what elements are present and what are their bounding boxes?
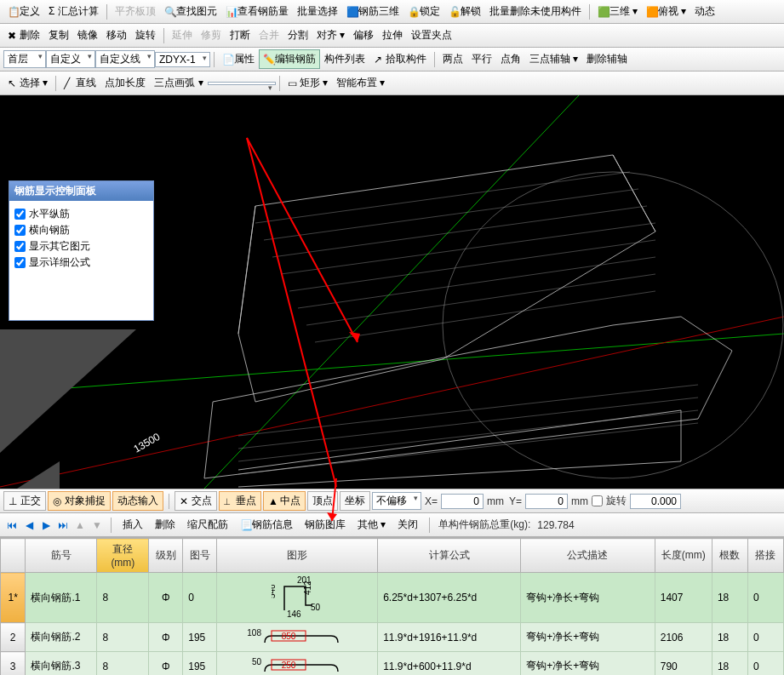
btn-break[interactable]: 打断 <box>226 26 255 45</box>
btn-rebar-lib[interactable]: 钢筋图库 <box>300 515 350 535</box>
cell-dia[interactable]: 8 <box>97 623 149 652</box>
nav-down[interactable]: ▼ <box>90 518 104 532</box>
check-formula[interactable]: 显示详细公式 <box>14 255 148 271</box>
btn-scale-rebar[interactable]: 缩尺配筋 <box>183 515 232 535</box>
btn-dyn[interactable]: 动态输入 <box>112 491 163 511</box>
cell-name[interactable]: 横向钢筋.1 <box>26 573 97 623</box>
btn-attr[interactable]: 📄属性 <box>218 49 259 69</box>
row-index[interactable]: 3 <box>1 652 26 676</box>
cell-count[interactable]: 18 <box>712 573 747 623</box>
btn-batch-sel[interactable]: 批量选择 <box>293 2 342 21</box>
btn-coord[interactable]: 坐标 <box>340 491 370 511</box>
cell-dia[interactable]: 8 <box>97 573 149 623</box>
btn-top-view[interactable]: 🟧俯视 ▾ <box>642 2 690 21</box>
row-index[interactable]: 1* <box>1 573 26 623</box>
combo-offset[interactable]: 不偏移 <box>372 492 421 510</box>
check-horiz[interactable]: 水平纵筋 <box>14 206 148 222</box>
btn-select[interactable]: ↖选择 ▾ <box>3 73 52 93</box>
btn-3d-view[interactable]: 🟩三维 ▾ <box>593 2 642 21</box>
btn-smart[interactable]: 智能布置 ▾ <box>332 73 389 93</box>
btn-vertex[interactable]: 顶点 <box>307 491 338 511</box>
cell-fig[interactable]: 195 <box>183 652 217 676</box>
cell-lap[interactable]: 0 <box>747 623 783 652</box>
nav-prev[interactable]: ◀ <box>22 518 36 532</box>
rebar-grid[interactable]: 筋号 直径(mm) 级别 图号 图形 计算公式 公式描述 长度(mm) 根数 搭… <box>0 537 784 675</box>
cell-grade[interactable]: Φ <box>149 652 183 676</box>
btn-ortho[interactable]: ⊥正交 <box>3 491 46 511</box>
btn-align-slab[interactable]: 平齐板顶 <box>111 2 160 21</box>
input-x[interactable] <box>441 494 484 509</box>
btn-perp[interactable]: ⟂垂点 <box>219 491 261 511</box>
btn-sum[interactable]: Σ 汇总计算 <box>44 2 103 21</box>
btn-lock[interactable]: 🔒锁定 <box>403 2 444 21</box>
cell-formula[interactable]: 11.9*d+1916+11.9*d <box>378 623 521 652</box>
btn-comp-list[interactable]: 构件列表 <box>320 49 369 69</box>
cell-lap[interactable]: 0 <box>747 573 783 623</box>
btn-2pt[interactable]: 两点 <box>438 49 467 69</box>
btn-rect[interactable]: ▭矩形 ▾ <box>283 73 332 93</box>
cell-count[interactable]: 18 <box>712 652 747 676</box>
btn-move[interactable]: 移动 <box>102 26 131 45</box>
cell-lap[interactable]: 0 <box>747 652 783 676</box>
nav-first[interactable]: ⏮ <box>5 518 19 532</box>
btn-align[interactable]: 对齐 ▾ <box>312 26 349 45</box>
combo-draw[interactable] <box>208 82 276 85</box>
combo-element[interactable]: ZDYX-1 <box>155 52 210 67</box>
combo-custom2[interactable]: 自定义线 <box>95 50 155 68</box>
cell-shape[interactable]: 108 850 <box>217 623 378 652</box>
rebar-display-panel[interactable]: 钢筋显示控制面板 水平纵筋 横向钢筋 显示其它图元 显示详细公式 <box>9 180 154 321</box>
btn-3pt-axis[interactable]: 三点辅轴 ▾ <box>525 49 582 69</box>
nav-up[interactable]: ▲ <box>73 518 87 532</box>
btn-cross[interactable]: ✕交点 <box>175 491 217 511</box>
cell-fig[interactable]: 195 <box>183 623 217 652</box>
btn-view-rebar[interactable]: 📊查看钢筋量 <box>221 2 293 21</box>
btn-find[interactable]: 🔍查找图元 <box>160 2 221 21</box>
btn-split[interactable]: 分割 <box>283 26 312 45</box>
btn-trim[interactable]: 修剪 <box>197 26 226 45</box>
cell-formula[interactable]: 11.9*d+600+11.9*d <box>378 652 521 676</box>
cell-formula[interactable]: 6.25*d+1307+6.25*d <box>378 573 521 623</box>
btn-del-axis[interactable]: 删除辅轴 <box>582 49 632 69</box>
btn-mirror[interactable]: 镜像 <box>73 26 102 45</box>
btn-define[interactable]: 📋定义 <box>3 2 44 21</box>
btn-pick[interactable]: ↗拾取构件 <box>369 49 431 69</box>
btn-extend[interactable]: 延伸 <box>168 26 197 45</box>
cell-shape[interactable]: 50 250 <box>217 652 378 676</box>
combo-floor[interactable]: 首层 <box>3 50 46 68</box>
btn-other[interactable]: 其他 ▾ <box>353 515 390 535</box>
btn-rebar-info[interactable]: 📃钢筋信息 <box>236 515 297 535</box>
cell-name[interactable]: 横向钢筋.3 <box>26 652 97 676</box>
btn-point-len[interactable]: 点加长度 <box>100 73 150 93</box>
btn-close[interactable]: 关闭 <box>393 515 422 535</box>
viewport-3d[interactable]: 13500 钢筋显示控制面板 水平纵筋 横向钢筋 显示其它图元 显示详细公式 <box>0 95 784 489</box>
cell-len[interactable]: 790 <box>655 652 712 676</box>
btn-batch-del[interactable]: 批量删除未使用构件 <box>485 2 586 21</box>
btn-mid[interactable]: ▲中点 <box>263 491 306 511</box>
cell-dia[interactable]: 8 <box>97 652 149 676</box>
cell-grade[interactable]: Φ <box>149 623 183 652</box>
cell-count[interactable]: 18 <box>712 623 747 652</box>
btn-3pt-arc[interactable]: 三点画弧 ▾ <box>150 73 207 93</box>
check-trans[interactable]: 横向钢筋 <box>14 222 148 238</box>
cell-desc[interactable]: 弯钩+净长+弯钩 <box>521 652 655 676</box>
cell-len[interactable]: 2106 <box>655 623 712 652</box>
btn-unlock[interactable]: 🔓解锁 <box>444 2 485 21</box>
nav-next[interactable]: ▶ <box>39 518 53 532</box>
btn-rebar-3d[interactable]: 🟦钢筋三维 <box>342 2 403 21</box>
btn-edit-rebar[interactable]: ✏️编辑钢筋 <box>259 49 320 69</box>
cell-desc[interactable]: 弯钩+净长+弯钩 <box>521 623 655 652</box>
btn-stretch[interactable]: 拉伸 <box>378 26 407 45</box>
btn-grip[interactable]: 设置夹点 <box>407 26 456 45</box>
btn-osnap[interactable]: ◎对象捕捉 <box>48 491 111 511</box>
check-other[interactable]: 显示其它图元 <box>14 238 148 255</box>
btn-delete-row[interactable]: 删除 <box>151 515 180 535</box>
btn-delete[interactable]: ✖删除 <box>3 26 44 45</box>
btn-rotate[interactable]: 旋转 <box>131 26 160 45</box>
table-row[interactable]: 3 横向钢筋.3 8 Φ 195 50 250 11.9*d+600+11.9*… <box>1 652 784 676</box>
btn-point-angle[interactable]: 点角 <box>496 49 525 69</box>
cell-shape[interactable]: 546 201 412 50 146 <box>217 573 378 623</box>
btn-line[interactable]: ╱直线 <box>60 73 100 93</box>
input-y[interactable] <box>525 494 568 509</box>
btn-insert-row[interactable]: 插入 <box>118 515 147 535</box>
btn-dynamic[interactable]: 动态 <box>690 2 719 21</box>
